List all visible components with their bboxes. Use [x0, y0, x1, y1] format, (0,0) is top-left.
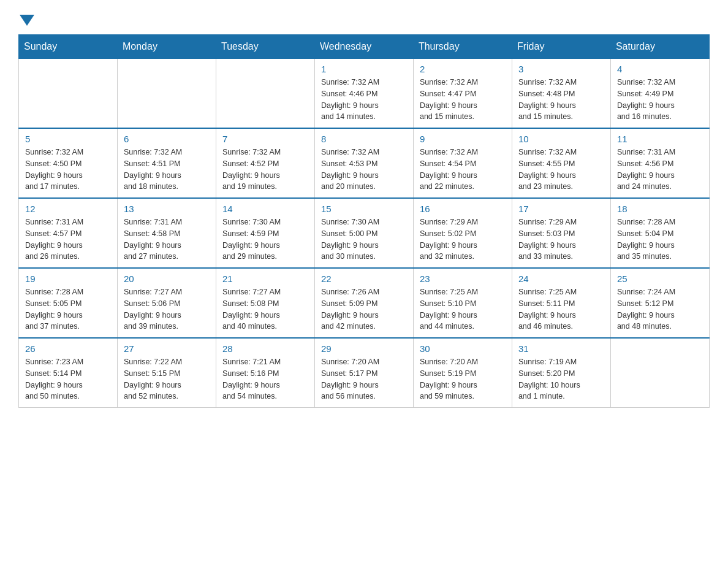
day-info: Sunrise: 7:26 AMSunset: 5:09 PMDaylight:… — [321, 286, 407, 332]
day-info: Sunrise: 7:31 AMSunset: 4:58 PMDaylight:… — [124, 216, 210, 262]
day-number: 20 — [124, 274, 210, 284]
calendar-table: SundayMondayTuesdayWednesdayThursdayFrid… — [18, 34, 710, 408]
day-number: 15 — [321, 204, 407, 214]
day-number: 12 — [25, 204, 111, 214]
day-info: Sunrise: 7:32 AMSunset: 4:55 PMDaylight:… — [518, 147, 604, 193]
day-of-week-header: Sunday — [19, 35, 118, 59]
calendar-cell: 1Sunrise: 7:32 AMSunset: 4:46 PMDaylight… — [314, 59, 413, 129]
calendar-cell — [610, 338, 709, 408]
calendar-cell: 6Sunrise: 7:32 AMSunset: 4:51 PMDaylight… — [117, 128, 216, 198]
day-of-week-header: Monday — [117, 35, 216, 59]
calendar-cell: 5Sunrise: 7:32 AMSunset: 4:50 PMDaylight… — [19, 128, 118, 198]
calendar-cell: 28Sunrise: 7:21 AMSunset: 5:16 PMDayligh… — [216, 338, 314, 408]
calendar-cell: 29Sunrise: 7:20 AMSunset: 5:17 PMDayligh… — [314, 338, 413, 408]
day-info: Sunrise: 7:32 AMSunset: 4:49 PMDaylight:… — [617, 77, 703, 123]
day-info: Sunrise: 7:30 AMSunset: 4:59 PMDaylight:… — [222, 216, 308, 262]
day-number: 8 — [321, 134, 407, 144]
calendar-cell: 4Sunrise: 7:32 AMSunset: 4:49 PMDaylight… — [610, 59, 709, 129]
day-number: 4 — [617, 64, 703, 74]
calendar-cell: 8Sunrise: 7:32 AMSunset: 4:53 PMDaylight… — [314, 128, 413, 198]
calendar-cell — [216, 59, 314, 129]
day-number: 27 — [124, 343, 210, 354]
day-number: 6 — [124, 134, 210, 144]
day-info: Sunrise: 7:23 AMSunset: 5:14 PMDaylight:… — [25, 356, 111, 402]
day-number: 1 — [321, 64, 407, 74]
calendar-cell — [117, 59, 216, 129]
day-info: Sunrise: 7:31 AMSunset: 4:57 PMDaylight:… — [25, 216, 111, 262]
calendar-cell: 20Sunrise: 7:27 AMSunset: 5:06 PMDayligh… — [117, 268, 216, 338]
calendar-cell: 23Sunrise: 7:25 AMSunset: 5:10 PMDayligh… — [413, 268, 512, 338]
calendar-cell: 3Sunrise: 7:32 AMSunset: 4:48 PMDaylight… — [512, 59, 610, 129]
day-info: Sunrise: 7:25 AMSunset: 5:10 PMDaylight:… — [420, 286, 506, 332]
day-info: Sunrise: 7:28 AMSunset: 5:05 PMDaylight:… — [25, 286, 111, 332]
day-of-week-header: Thursday — [413, 35, 512, 59]
calendar-cell: 21Sunrise: 7:27 AMSunset: 5:08 PMDayligh… — [216, 268, 314, 338]
day-number: 11 — [617, 134, 703, 144]
day-number: 9 — [420, 134, 506, 144]
calendar-week-row: 19Sunrise: 7:28 AMSunset: 5:05 PMDayligh… — [19, 268, 710, 338]
day-info: Sunrise: 7:32 AMSunset: 4:52 PMDaylight:… — [222, 147, 308, 193]
day-info: Sunrise: 7:24 AMSunset: 5:12 PMDaylight:… — [617, 286, 703, 332]
logo — [18, 12, 36, 23]
day-number: 22 — [321, 274, 407, 284]
day-info: Sunrise: 7:21 AMSunset: 5:16 PMDaylight:… — [222, 356, 308, 402]
day-number: 31 — [518, 343, 604, 354]
day-info: Sunrise: 7:29 AMSunset: 5:02 PMDaylight:… — [420, 216, 506, 262]
day-info: Sunrise: 7:32 AMSunset: 4:46 PMDaylight:… — [321, 77, 407, 123]
day-info: Sunrise: 7:32 AMSunset: 4:48 PMDaylight:… — [518, 77, 604, 123]
day-info: Sunrise: 7:25 AMSunset: 5:11 PMDaylight:… — [518, 286, 604, 332]
day-info: Sunrise: 7:32 AMSunset: 4:53 PMDaylight:… — [321, 147, 407, 193]
day-info: Sunrise: 7:29 AMSunset: 5:03 PMDaylight:… — [518, 216, 604, 262]
calendar-cell: 25Sunrise: 7:24 AMSunset: 5:12 PMDayligh… — [610, 268, 709, 338]
day-number: 10 — [518, 134, 604, 144]
day-info: Sunrise: 7:19 AMSunset: 5:20 PMDaylight:… — [518, 356, 604, 402]
calendar-cell: 10Sunrise: 7:32 AMSunset: 4:55 PMDayligh… — [512, 128, 610, 198]
day-of-week-header: Tuesday — [216, 35, 314, 59]
calendar-week-row: 26Sunrise: 7:23 AMSunset: 5:14 PMDayligh… — [19, 338, 710, 408]
calendar-cell: 2Sunrise: 7:32 AMSunset: 4:47 PMDaylight… — [413, 59, 512, 129]
day-of-week-header: Friday — [512, 35, 610, 59]
day-info: Sunrise: 7:22 AMSunset: 5:15 PMDaylight:… — [124, 356, 210, 402]
calendar-cell: 12Sunrise: 7:31 AMSunset: 4:57 PMDayligh… — [19, 198, 118, 268]
day-info: Sunrise: 7:32 AMSunset: 4:54 PMDaylight:… — [420, 147, 506, 193]
day-number: 14 — [222, 204, 308, 214]
day-number: 30 — [420, 343, 506, 354]
day-number: 21 — [222, 274, 308, 284]
calendar-week-row: 1Sunrise: 7:32 AMSunset: 4:46 PMDaylight… — [19, 59, 710, 129]
day-number: 19 — [25, 274, 111, 284]
calendar-cell: 13Sunrise: 7:31 AMSunset: 4:58 PMDayligh… — [117, 198, 216, 268]
calendar-header-row: SundayMondayTuesdayWednesdayThursdayFrid… — [19, 35, 710, 59]
day-info: Sunrise: 7:32 AMSunset: 4:47 PMDaylight:… — [420, 77, 506, 123]
day-number: 23 — [420, 274, 506, 284]
calendar-cell: 18Sunrise: 7:28 AMSunset: 5:04 PMDayligh… — [610, 198, 709, 268]
day-info: Sunrise: 7:31 AMSunset: 4:56 PMDaylight:… — [617, 147, 703, 193]
calendar-cell: 19Sunrise: 7:28 AMSunset: 5:05 PMDayligh… — [19, 268, 118, 338]
day-number: 13 — [124, 204, 210, 214]
calendar-cell: 15Sunrise: 7:30 AMSunset: 5:00 PMDayligh… — [314, 198, 413, 268]
day-number: 29 — [321, 343, 407, 354]
day-number: 5 — [25, 134, 111, 144]
calendar-cell: 30Sunrise: 7:20 AMSunset: 5:19 PMDayligh… — [413, 338, 512, 408]
logo-arrow-icon — [20, 15, 34, 26]
day-number: 16 — [420, 204, 506, 214]
day-number: 28 — [222, 343, 308, 354]
day-number: 25 — [617, 274, 703, 284]
calendar-week-row: 12Sunrise: 7:31 AMSunset: 4:57 PMDayligh… — [19, 198, 710, 268]
day-number: 3 — [518, 64, 604, 74]
calendar-cell: 7Sunrise: 7:32 AMSunset: 4:52 PMDaylight… — [216, 128, 314, 198]
calendar-cell: 26Sunrise: 7:23 AMSunset: 5:14 PMDayligh… — [19, 338, 118, 408]
day-info: Sunrise: 7:32 AMSunset: 4:50 PMDaylight:… — [25, 147, 111, 193]
day-info: Sunrise: 7:27 AMSunset: 5:08 PMDaylight:… — [222, 286, 308, 332]
day-number: 7 — [222, 134, 308, 144]
day-info: Sunrise: 7:32 AMSunset: 4:51 PMDaylight:… — [124, 147, 210, 193]
day-info: Sunrise: 7:20 AMSunset: 5:17 PMDaylight:… — [321, 356, 407, 402]
day-info: Sunrise: 7:27 AMSunset: 5:06 PMDaylight:… — [124, 286, 210, 332]
calendar-cell: 9Sunrise: 7:32 AMSunset: 4:54 PMDaylight… — [413, 128, 512, 198]
calendar-cell: 22Sunrise: 7:26 AMSunset: 5:09 PMDayligh… — [314, 268, 413, 338]
day-of-week-header: Wednesday — [314, 35, 413, 59]
calendar-week-row: 5Sunrise: 7:32 AMSunset: 4:50 PMDaylight… — [19, 128, 710, 198]
day-number: 17 — [518, 204, 604, 214]
calendar-cell: 16Sunrise: 7:29 AMSunset: 5:02 PMDayligh… — [413, 198, 512, 268]
calendar-cell: 31Sunrise: 7:19 AMSunset: 5:20 PMDayligh… — [512, 338, 610, 408]
day-number: 24 — [518, 274, 604, 284]
